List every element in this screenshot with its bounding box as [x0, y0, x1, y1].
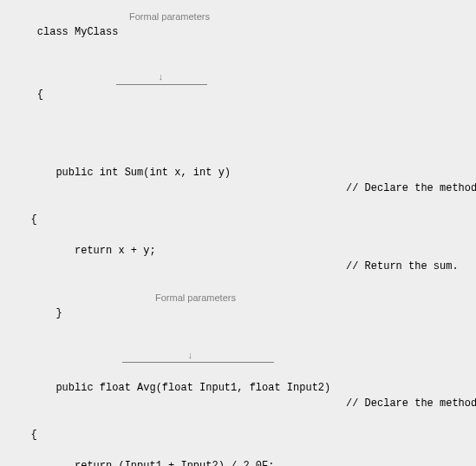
- code-line: {: [12, 212, 464, 227]
- comment: // Declare the method.: [346, 180, 476, 196]
- brace-line: [116, 84, 207, 85]
- comment: // Declare the method.: [346, 396, 476, 411]
- arrow-down-icon: ↓: [187, 351, 193, 361]
- code-block: class MyClass Formal parameters { ↓ publ…: [12, 9, 464, 466]
- code-text: }: [37, 307, 62, 319]
- code-text: class MyClass: [37, 26, 119, 38]
- code-line: public int Sum(int x, int y) // Declare …: [12, 149, 464, 212]
- code-line: { ↓: [12, 71, 464, 149]
- code-text: {: [12, 213, 37, 226]
- annotation-formal-params-1: Formal parameters: [129, 10, 210, 24]
- code-text: {: [37, 89, 43, 101]
- code-text: public int Sum(int x, int y): [37, 167, 231, 179]
- code-line: class MyClass Formal parameters: [12, 9, 464, 71]
- code-text: {: [12, 429, 37, 441]
- spacer: ↓: [12, 352, 464, 364]
- code-line: return x + y; // Return the sum.: [12, 227, 464, 290]
- code-text: return (Input1 + Input2) / 2.0F;: [37, 460, 275, 466]
- annotation-formal-params-2: Formal parameters: [155, 291, 236, 305]
- comment: // Return the sum.: [346, 259, 459, 274]
- code-line: return (Input1 + Input2) / 2.0F; // Retu…: [12, 443, 464, 466]
- brace-line: [122, 362, 274, 363]
- code-text: return x + y;: [37, 245, 156, 257]
- code-line: } Formal parameters: [12, 290, 464, 352]
- code-line: public float Avg(float Input1, float Inp…: [12, 364, 464, 427]
- arrow-down-icon: ↓: [158, 73, 164, 82]
- code-text: public float Avg(float Input1, float Inp…: [37, 382, 330, 394]
- code-line: {: [12, 427, 464, 443]
